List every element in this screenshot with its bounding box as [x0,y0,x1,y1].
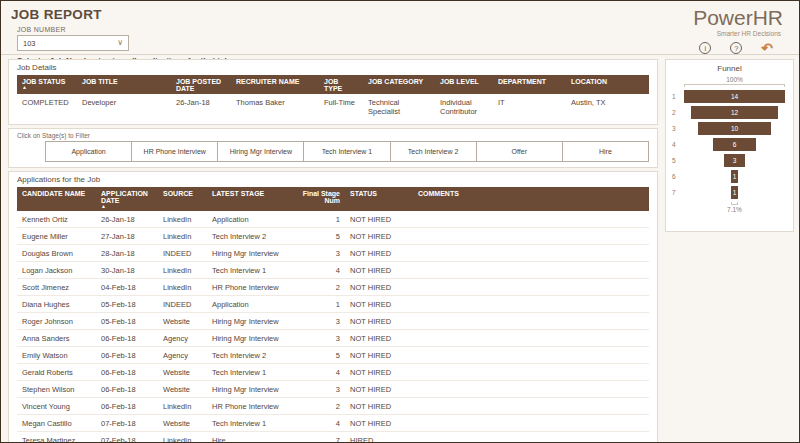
job-details-title: Job Details [17,63,649,72]
funnel-bar[interactable]: 1 [731,170,738,183]
cell-candidate-name: Emily Watson [17,347,96,364]
funnel-category-label: 6 [672,173,676,180]
stage-button-tech-interview-1[interactable]: Tech Interview 1 [303,141,390,162]
column-header-location[interactable]: LOCATION [566,75,649,94]
funnel-top-bracket-icon [684,84,785,87]
column-header-job-status[interactable]: JOB STATUS▲ [17,75,77,94]
cell-latest-stage: Hiring Mgr Interview [207,381,293,398]
stage-button-tech-interview-2[interactable]: Tech Interview 2 [390,141,477,162]
column-header-status[interactable]: STATUS [345,187,413,211]
column-header-department[interactable]: DEPARTMENT [493,75,566,94]
header-right: PowerHR Smarter HR Decisions i ? ↶ [693,6,789,54]
cell-source: LinkedIn [158,262,207,279]
cell-source: Website [158,381,207,398]
cell-source: LinkedIn [158,279,207,296]
funnel-row: 114 [684,90,785,103]
funnel-bar[interactable]: 3 [724,154,746,167]
cell-job-level: Individual Contributor [435,94,493,119]
column-header-job-title[interactable]: JOB TITLE [77,75,171,94]
stage-filter-buttons: ApplicationHR Phone InterviewHiring Mgr … [45,141,649,162]
stage-button-offer[interactable]: Offer [476,141,563,162]
cell-comments [413,313,649,330]
funnel-bottom-percent: 7.1% [684,206,785,213]
column-header-recruiter-name[interactable]: RECRUITER NAME [231,75,319,94]
cell-candidate-name: Logan Jackson [17,262,96,279]
stage-button-application[interactable]: Application [45,141,132,162]
column-header-source[interactable]: SOURCE [158,187,207,211]
brand-tagline: Smarter HR Decisions [693,30,781,37]
cell-latest-stage: Hiring Mgr Interview [207,313,293,330]
funnel-plot: 100% 11421231046536171 7.1% [684,76,785,213]
funnel-bar[interactable]: 1 [731,186,738,199]
cell-latest-stage: HR Phone Interview [207,398,293,415]
funnel-rows: 11421231046536171 [684,90,785,199]
cell-application-date: 06-Feb-18 [96,381,158,398]
cell-comments [413,415,649,432]
cell-source: Website [158,415,207,432]
funnel-bar[interactable]: 10 [698,122,770,135]
job-number-value: 103 [23,39,36,48]
cell-comments [413,398,649,415]
table-row: Teresa Martinez07-Feb-18LinkedInHire7HIR… [17,432,649,443]
table-row: Kenneth Ortiz26-Jan-18LinkedInApplicatio… [17,211,649,228]
sort-ascending-icon: ▲ [101,204,153,209]
funnel-value-label: 14 [731,93,738,100]
job-number-dropdown[interactable]: 103 ∨ [17,35,129,51]
reset-filters-icon[interactable]: ↶ [761,41,773,55]
cell-source: INDEED [158,296,207,313]
cell-latest-stage: Application [207,296,293,313]
table-row: Anna Sanders06-Feb-18AgencyHiring Mgr In… [17,330,649,347]
info-icon[interactable]: i [699,42,711,54]
table-row: Roger Johnson05-Feb-18WebsiteHiring Mgr … [17,313,649,330]
cell-application-date: 06-Feb-18 [96,398,158,415]
stage-button-hr-phone-interview[interactable]: HR Phone Interview [131,141,218,162]
column-header-label: SOURCE [163,190,202,197]
column-header-job-level[interactable]: JOB LEVEL [435,75,493,94]
column-header-job-posted-date[interactable]: JOB POSTED DATE [171,75,231,94]
cell-candidate-name: Eugene Miller [17,228,96,245]
cell-latest-stage: Tech Interview 2 [207,347,293,364]
table-row: Megan Castillo07-Feb-18WebsiteTech Inter… [17,415,649,432]
cell-comments [413,245,649,262]
cell-status: NOT HIRED [345,245,413,262]
column-header-latest-stage[interactable]: LATEST STAGE [207,187,293,211]
cell-job-status: COMPLETED [17,94,77,119]
funnel-bar[interactable]: 6 [713,138,756,151]
column-header-label: APPLICATION DATE [101,190,153,204]
column-header-label: JOB STATUS [22,78,72,85]
funnel-category-label: 7 [672,189,676,196]
page-title: JOB REPORT [11,7,229,22]
cell-comments [413,364,649,381]
column-header-final-stage-num[interactable]: Final Stage Num [293,187,345,211]
cell-final-stage-num: 1 [293,296,345,313]
cell-latest-stage: Application [207,211,293,228]
cell-latest-stage: HR Phone Interview [207,279,293,296]
column-header-job-type[interactable]: JOB TYPE [319,75,363,94]
cell-job-posted-date: 26-Jan-18 [171,94,231,119]
cell-final-stage-num: 3 [293,313,345,330]
cell-comments [413,432,649,443]
column-header-candidate-name[interactable]: CANDIDATE NAME [17,187,96,211]
funnel-top-percent: 100% [684,76,785,83]
column-header-label: JOB TYPE [324,78,358,92]
cell-status: NOT HIRED [345,330,413,347]
cell-status: NOT HIRED [345,279,413,296]
applications-title: Applications for the Job [17,175,649,184]
table-row: Diana Hughes05-Feb-18INDEEDApplication1N… [17,296,649,313]
column-header-job-category[interactable]: JOB CATEGORY [363,75,435,94]
stage-button-hire[interactable]: Hire [562,141,649,162]
cell-source: Agency [158,330,207,347]
cell-status: NOT HIRED [345,398,413,415]
column-header-comments[interactable]: COMMENTS [413,187,649,211]
cell-source: INDEED [158,245,207,262]
stage-button-hiring-mgr-interview[interactable]: Hiring Mgr Interview [217,141,304,162]
cell-latest-stage: Hire [207,432,293,443]
cell-source: LinkedIn [158,398,207,415]
funnel-bar[interactable]: 12 [691,106,778,119]
cell-source: Agency [158,347,207,364]
left-column: Job Details JOB STATUS▲JOB TITLEJOB POST… [8,59,658,435]
help-icon[interactable]: ? [730,42,742,54]
funnel-category-label: 2 [672,109,676,116]
column-header-application-date[interactable]: APPLICATION DATE▲ [96,187,158,211]
funnel-bar[interactable]: 14 [684,90,785,103]
